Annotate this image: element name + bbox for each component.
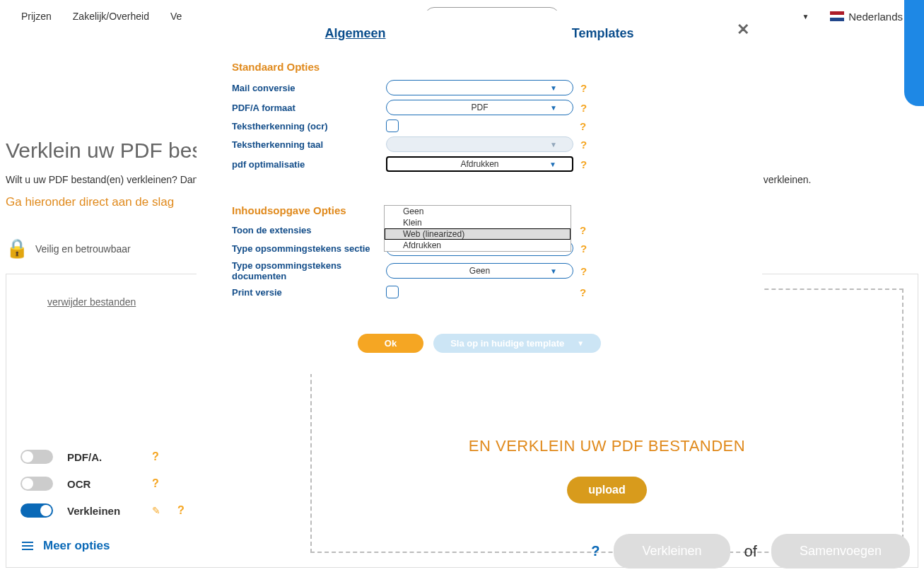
- nav-item-truncated[interactable]: Ve: [170, 11, 182, 22]
- label-mail: Mail conversie: [232, 83, 380, 93]
- help-icon[interactable]: ?: [580, 243, 587, 255]
- close-icon[interactable]: ✕: [737, 21, 749, 39]
- help-icon[interactable]: ?: [580, 139, 587, 151]
- of-text: of: [744, 542, 757, 561]
- toggle-verkleinen[interactable]: [21, 503, 53, 518]
- pencil-icon[interactable]: ✎: [152, 505, 160, 516]
- more-options-label: Meer opties: [43, 539, 110, 553]
- language-selector[interactable]: Nederlands: [830, 11, 903, 23]
- chevron-down-icon: ▼: [550, 84, 557, 92]
- tab-algemeen[interactable]: Algemeen: [325, 26, 386, 41]
- more-options[interactable]: Meer opties: [22, 539, 282, 553]
- pdf-opt-dropdown: Geen Klein Web (linearized) Afdrukken: [384, 205, 571, 252]
- info-icon[interactable]: ?: [591, 543, 600, 559]
- label-bullets-docs: Type opsommingstekens documenten: [232, 260, 380, 281]
- label-ocr: Tekstherkenning (ocr): [232, 121, 380, 132]
- select-pdfa-value: PDF: [472, 103, 489, 112]
- help-icon[interactable]: ?: [152, 477, 159, 490]
- help-icon[interactable]: ?: [580, 224, 586, 236]
- chevron-down-icon: ▼: [549, 161, 556, 168]
- chevron-down-icon: ▼: [802, 13, 809, 21]
- help-icon[interactable]: ?: [580, 286, 586, 298]
- toggle-ocr[interactable]: [21, 477, 53, 491]
- pdf-opt-option-web[interactable]: Web (linearized): [385, 228, 571, 240]
- toggle-row-verkleinen: Verkleinen ✎ ?: [21, 503, 282, 518]
- select-mail[interactable]: ▼: [386, 80, 573, 95]
- select-pdf-opt[interactable]: Afdrukken ▼: [386, 156, 573, 172]
- select-bullets-docs-value: Geen: [469, 266, 490, 276]
- hamburger-icon: [22, 542, 33, 550]
- help-icon[interactable]: ?: [580, 265, 587, 277]
- help-icon[interactable]: ?: [152, 450, 159, 463]
- select-bullets-docs[interactable]: Geen ▼: [386, 263, 573, 279]
- nav-item-zakelijk[interactable]: Zakelijk/Overheid: [73, 11, 149, 22]
- save-template-label: Sla op in huidige template: [450, 338, 564, 349]
- flag-nl-icon: [830, 11, 844, 21]
- toggle-label-ocr: OCR: [67, 478, 138, 490]
- checkbox-print[interactable]: [386, 286, 399, 298]
- modal-tabs: Algemeen Templates: [232, 26, 727, 41]
- remove-files-link[interactable]: verwijder bestanden: [47, 296, 136, 308]
- samenvoegen-button[interactable]: Samenvoegen: [771, 534, 910, 569]
- ok-button[interactable]: Ok: [358, 334, 423, 353]
- chevron-down-icon: ▼: [550, 267, 557, 275]
- label-bullets-section: Type opsommingstekens sectie: [232, 243, 380, 254]
- select-pdfa[interactable]: PDF ▼: [386, 100, 573, 115]
- lock-icon: 🔒: [6, 238, 28, 260]
- help-icon[interactable]: ?: [580, 102, 587, 114]
- label-print: Print versie: [232, 287, 380, 298]
- save-template-button[interactable]: Sla op in huidige template ▼: [433, 334, 601, 353]
- options-modal: ✕ Algemeen Templates Standaard Opties Ma…: [197, 11, 762, 374]
- pdf-opt-option-geen[interactable]: Geen: [385, 206, 571, 217]
- hero-sub-right: n verkleinen.: [755, 174, 811, 185]
- upload-button[interactable]: upload: [567, 477, 646, 503]
- section-standaard: Standaard Opties: [232, 61, 727, 73]
- checkbox-ocr[interactable]: [386, 120, 399, 132]
- chevron-down-icon: ▼: [577, 339, 584, 347]
- toggle-row-pdfa: PDF/A. ?: [21, 450, 282, 464]
- help-icon[interactable]: ?: [580, 120, 586, 132]
- chevron-down-icon: ▼: [550, 104, 557, 112]
- nav-item-prijzen[interactable]: Prijzen: [21, 11, 52, 22]
- help-icon[interactable]: ?: [580, 158, 587, 170]
- action-row: ? Verkleinen of Samenvoegen: [591, 534, 910, 569]
- toggle-label-pdfa: PDF/A.: [67, 451, 138, 463]
- toggle-pdfa[interactable]: [21, 450, 53, 464]
- tab-templates[interactable]: Templates: [572, 26, 634, 41]
- language-label: Nederlands: [848, 11, 903, 23]
- select-pdf-opt-value: Afdrukken: [460, 159, 498, 169]
- label-show-ext: Toon de extensies: [232, 225, 380, 235]
- label-pdfa: PDF/A formaat: [232, 103, 380, 113]
- toggle-label-verkleinen: Verkleinen: [67, 505, 138, 517]
- help-icon[interactable]: ?: [177, 504, 185, 517]
- pdf-opt-option-afdrukken[interactable]: Afdrukken: [385, 240, 571, 251]
- label-pdf-opt: pdf optimalisatie: [232, 159, 380, 170]
- pdf-opt-option-klein[interactable]: Klein: [385, 217, 571, 228]
- help-icon[interactable]: ?: [580, 82, 587, 94]
- label-ocr-lang: Tekstherkenning taal: [232, 139, 380, 150]
- toggle-row-ocr: OCR ?: [21, 477, 282, 491]
- side-tab[interactable]: [904, 0, 924, 106]
- secure-text: Veilig en betrouwbaar: [35, 243, 131, 255]
- chevron-down-icon: ▼: [550, 141, 557, 148]
- verkleinen-button[interactable]: Verkleinen: [614, 534, 730, 569]
- hero-sub-left: Wilt u uw PDF bestand(en) verkleinen? Da…: [6, 174, 201, 185]
- dropzone-headline: EN VERKLEIN UW PDF BESTANDEN: [469, 437, 745, 455]
- select-ocr-lang: ▼: [386, 136, 573, 152]
